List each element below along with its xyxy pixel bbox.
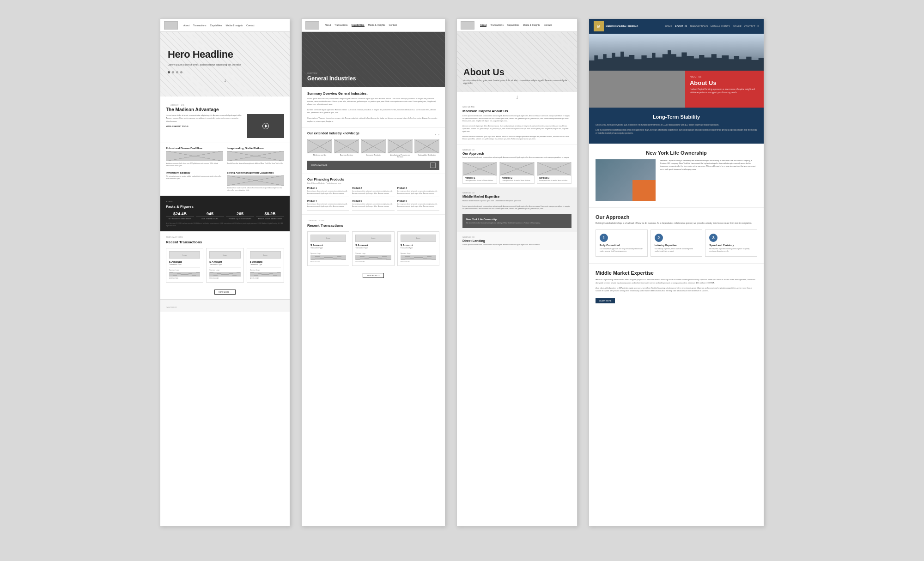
panel2-next-arrow[interactable]: › <box>438 133 439 137</box>
hero-dot-2[interactable] <box>172 71 174 73</box>
panel2-product-3-text: Lorem ipsum dolor sit amet, consecteteur… <box>397 190 439 195</box>
panel1-nav-media[interactable]: Media & Insights <box>225 24 243 27</box>
panel4-nav-signup[interactable]: SIGNUP <box>733 25 742 28</box>
panel1-tx-card-3: Logo $ Amount Transaction Type Sponsor L… <box>247 248 284 283</box>
hero-dot-4[interactable] <box>180 71 182 73</box>
panel1-logo <box>164 21 178 30</box>
panel1-market-focus[interactable]: MIDDLE MARKET FOCUS <box>166 125 243 127</box>
panel4-nav-contact[interactable]: CONTACT US <box>744 25 759 28</box>
panel3-nav-links: About Transactions Capabilities Media & … <box>480 24 552 27</box>
panel2-nav-transactions[interactable]: Transactions <box>334 24 347 27</box>
hero-dot-1[interactable] <box>168 71 170 73</box>
panel4-approach-card-2: 2 Industry Expertise Our industry expert… <box>650 229 703 257</box>
panel2-summary-section: Summary Overview General Industries: Lor… <box>302 87 445 128</box>
panel1-hero-subtitle: Lorem ipsum dolor sit amet, consectetetu… <box>168 63 241 66</box>
panel1-tx-2-date: MONTH/YEAR <box>209 277 240 279</box>
panel4-mm-text: Madison CapFunding was founded with a si… <box>596 278 757 293</box>
panel1-stats-label: STATS <box>166 200 284 203</box>
panel4-nav-about[interactable]: ABOUT US <box>675 25 687 28</box>
panel2-nav-about[interactable]: About <box>325 24 331 27</box>
panel1-nav-capabilities[interactable]: Capabilities <box>210 24 222 27</box>
panel2-product-2: Product 2 Lorem ipsum dolor sit amet, co… <box>352 187 394 198</box>
panel2-tx-more-button[interactable]: VIEW MORE → <box>363 273 384 278</box>
panel1-video-thumbnail[interactable] <box>247 114 284 138</box>
panel1-hero-title: Hero Headline <box>168 48 233 60</box>
panel1-about-text-block: Lorem ipsum dolor sit amet, consectetetu… <box>166 114 243 127</box>
panel1-cancelled: CANCELLED <box>160 299 290 312</box>
panel3-nav-media[interactable]: Media & Insights <box>523 24 540 27</box>
panel4-nav-links: HOME ABOUT US TRANSACTIONS MEDIA & EVENT… <box>665 25 759 28</box>
panel1-nav-about[interactable]: About <box>183 24 189 27</box>
panel1-stat-2: 945 NEW TRANSACTIONS <box>196 211 224 220</box>
panel1-nav-contact[interactable]: Contact <box>246 24 254 27</box>
panel2-industry-4: Manufacturing Products and Services <box>388 139 413 158</box>
panel2-product-1: Product 1 Lorem ipsum dolor sit amet, co… <box>307 187 349 198</box>
panel3-attribute-1: Attribute 1 Lorem ipsum dolor sit amet u… <box>462 162 497 184</box>
panel4-approach-card-1: 1 Fully Committed Our competitive approa… <box>596 229 648 257</box>
panel3-hero-title: About Us <box>463 67 571 78</box>
panel1-features-grid: Robust and Diverse Deal Flow Madison sou… <box>160 143 290 196</box>
play-button[interactable] <box>262 123 269 129</box>
panel2-product-2-text: Lorem ipsum dolor sit amet, consecteteur… <box>352 190 394 195</box>
panel1-feature-4-title: Strong Asset Management Capabilities <box>227 171 284 174</box>
panel1-tx-2-sponsor-img <box>209 272 240 277</box>
panel4-card-3-label: Speed and Certainty <box>709 244 753 247</box>
panel1-tx-1-amount: $ Amount <box>169 260 200 263</box>
panel4-nav-transactions[interactable]: TRANSACTIONS <box>690 25 708 28</box>
panel1-stat-3-value: 265 <box>226 211 254 216</box>
panel2-tx-card-1: Logo $ Amount Transaction Type Sponsor L… <box>307 231 349 266</box>
panel3-about-text: Lorem ipsum dolor sit amet, consecteteur… <box>462 115 571 141</box>
panel4-nylo-img-container <box>596 159 656 201</box>
panel1-tx-1-sponsor-img <box>169 272 200 277</box>
panel2-nav-media[interactable]: Media & Insights <box>368 24 385 27</box>
panel3-nav-about[interactable]: About <box>480 24 486 27</box>
panel1-feature-1-title: Robust and Diverse Deal Flow <box>166 147 223 150</box>
panel4-card-1-label: Fully Committed <box>600 244 644 247</box>
panel4-mm-section: Middle Market Expertise Madison CapFundi… <box>589 263 764 310</box>
panel1-stat-2-label: NEW TRANSACTIONS <box>196 217 224 220</box>
panel2-product-5-text: Lorem ipsum dolor sit amet, consecteteur… <box>352 203 394 208</box>
panel2-download-text: DOWNLOAD PAGE <box>311 164 328 166</box>
panel3-expertise-body: Lorem ipsum dolor sit amet, consecteteur… <box>462 205 571 211</box>
panel1-feature-2: Longstanding, Stable Platform Benefit fr… <box>227 147 284 168</box>
panel4-mm-text-2: As a value-added partner to 247 private … <box>596 287 757 293</box>
panel1-tx-3-date: MONTH/YEAR <box>250 277 281 279</box>
panel4-logo: M MADISON CAPITAL FUNDING <box>594 21 638 31</box>
panel2-tx-1-sponsor-img <box>310 255 346 260</box>
panel2-summary-text: Lorem ipsum dolor sit amet, consecteteur… <box>307 97 439 123</box>
panel2-download-icon[interactable]: ↓ <box>430 163 436 168</box>
panel4-card-2-text: Our industry expertise, sector-specific … <box>655 248 699 253</box>
panel2-product-4: Product 4 Lorem ipsum dolor sit amet, co… <box>307 200 349 211</box>
panel3-nav-capabilities[interactable]: Capabilities <box>507 24 519 27</box>
panel1-about-body: Lorem ipsum dolor sit amet, consectetetu… <box>166 114 284 138</box>
panel4-approach-cards: 1 Fully Committed Our competitive approa… <box>596 229 757 257</box>
panel3-attr-2-img <box>500 163 534 175</box>
panel1-nav-transactions[interactable]: Transactions <box>193 24 206 27</box>
panel2-product-6-text: Lorem ipsum dolor sit amet, consecteteur… <box>397 203 439 208</box>
panel2-tx-2-logo: Logo <box>355 235 391 242</box>
panel4-nylo-text-block: Madison Capital Funding is backed by the… <box>660 159 757 201</box>
panel2-tx-title: Recent Transactions <box>307 223 439 228</box>
panel1-tx-more-button[interactable]: VIEW MORE → <box>214 290 236 295</box>
panel4-stability-text-2: Led by experienced professionals who ave… <box>596 128 757 135</box>
panel2-nav-contact[interactable]: Contact <box>389 24 397 27</box>
panel3-attr-1-title: Attribute 1 <box>463 175 497 180</box>
panel1-stat-4: $8.2B ASSETS UNDER MANAGEMENT <box>256 211 284 220</box>
panel4-hero-overlay: ABOUT US About Us Hudson Capital Funding… <box>685 71 764 108</box>
panel2-nav-capabilities[interactable]: Capabilities <box>352 24 365 27</box>
hero-dot-3[interactable] <box>176 71 178 73</box>
panel4-nav-home[interactable]: HOME <box>665 25 672 28</box>
panel3-hero: About Us About us description goes here:… <box>457 32 577 92</box>
panel2-tx-2-type: Transaction Type <box>355 247 391 249</box>
panel1-tx-3-logo: Logo <box>250 251 281 259</box>
panel1-feature-1-text: Madison sources deals from over 200 plat… <box>166 163 223 168</box>
panel2-tx-1-sponsor: Sponsor Logo <box>310 251 346 254</box>
panel1-feature-4: Strong Asset Management Capabilities Mad… <box>227 171 284 192</box>
panel4-nav-media[interactable]: MEDIA & EVENTS <box>711 25 730 28</box>
panel2-prev-arrow[interactable]: ‹ <box>435 133 437 137</box>
panel2-transactions-section: TRANSACTIONS Recent Transactions Logo $ … <box>302 215 445 283</box>
panel4-learn-more-button[interactable]: LEARN MORE <box>596 298 615 303</box>
panel3-nav-contact[interactable]: Contact <box>544 24 552 27</box>
panel3-nav-transactions[interactable]: Transactions <box>490 24 503 27</box>
panel2-tx-2-date: MONTH/YEAR <box>355 261 391 263</box>
